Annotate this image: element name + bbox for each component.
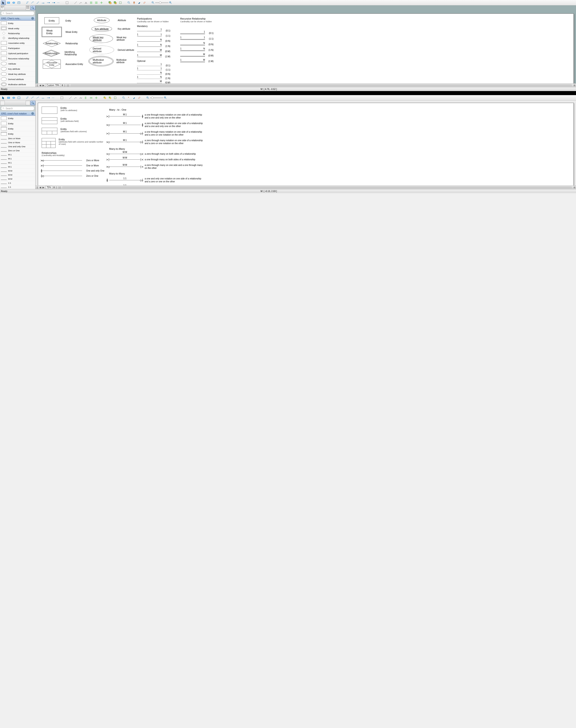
stencil-item[interactable]: M:1 xyxy=(0,161,35,165)
category-header[interactable]: ERD, crow's foot notation xyxy=(0,111,35,116)
canvas-page-2[interactable]: Entity(with no attributes)Entity(with at… xyxy=(38,103,574,189)
connector-6[interactable] xyxy=(51,0,56,5)
page-next[interactable]: ▶ xyxy=(42,84,45,87)
page-prev[interactable]: ◀ xyxy=(39,84,42,87)
line-tool-1[interactable] xyxy=(68,96,73,100)
group-3[interactable] xyxy=(118,0,123,5)
zoom-in-icon[interactable] xyxy=(164,96,167,99)
stencil-item[interactable]: Multivalue attribute xyxy=(0,82,35,87)
zoom-mode[interactable]: 75% xyxy=(46,186,52,189)
category-header[interactable]: ERD, Chen's nota... xyxy=(0,16,35,21)
stencil-item[interactable]: 1:1 xyxy=(0,185,35,189)
hscroll-end[interactable]: ⊞ xyxy=(573,186,576,189)
connector-6[interactable] xyxy=(51,96,56,100)
stencil-item[interactable]: Zero or One xyxy=(0,149,35,153)
tree-toggle[interactable] xyxy=(0,101,5,105)
zoom-slider[interactable] xyxy=(146,96,167,99)
erase-tool[interactable] xyxy=(142,0,147,5)
stencil-item[interactable]: Weak key attribute xyxy=(0,71,35,77)
stencil-item[interactable]: Entity xyxy=(0,121,35,126)
layout-1[interactable]: ▯ xyxy=(55,186,58,189)
magnify-tool[interactable] xyxy=(126,0,132,5)
connector-2[interactable] xyxy=(30,96,35,100)
stencil-item[interactable]: Attribute xyxy=(0,61,35,66)
stencil-item[interactable]: M:1 xyxy=(0,165,35,169)
line-tool-6[interactable] xyxy=(99,0,104,5)
tree-toggle[interactable] xyxy=(0,6,5,10)
stencil-item[interactable]: Entity xyxy=(0,131,35,136)
line-tool-2[interactable] xyxy=(73,96,78,100)
pointer-tool[interactable] xyxy=(1,96,6,100)
oval-tool[interactable] xyxy=(11,0,16,5)
gear-icon[interactable] xyxy=(31,112,34,115)
group-3[interactable] xyxy=(113,96,118,100)
stencil-item[interactable]: Weak entity xyxy=(0,26,35,31)
zoom-mode[interactable]: Custom 79% xyxy=(46,84,60,87)
hscroll-end[interactable]: ⊞ xyxy=(573,84,576,87)
search-toggle[interactable] xyxy=(30,101,35,105)
style-1[interactable] xyxy=(64,0,69,5)
stencil-item[interactable]: M:1 xyxy=(0,157,35,161)
line-tool-5[interactable] xyxy=(89,96,94,100)
zoom-in-icon[interactable] xyxy=(169,1,172,4)
group-2[interactable] xyxy=(113,0,118,5)
hscroll-track[interactable] xyxy=(62,186,572,189)
layout-2[interactable]: ▯▯ xyxy=(58,186,61,189)
canvas-area-2[interactable]: Entity(with no attributes)Entity(with at… xyxy=(35,100,576,189)
stencil-item[interactable]: Identifying relationship xyxy=(0,36,35,40)
hand-tool[interactable] xyxy=(126,96,132,100)
erase-tool[interactable] xyxy=(137,96,142,100)
line-tool-5[interactable] xyxy=(94,0,99,5)
line-tool-3[interactable] xyxy=(84,0,88,5)
search-toggle[interactable] xyxy=(30,6,35,10)
eyedrop-tool[interactable] xyxy=(137,0,142,5)
hand-tool[interactable] xyxy=(132,0,137,5)
connector-1[interactable] xyxy=(25,96,30,100)
line-tool-4[interactable] xyxy=(84,96,88,100)
zoom-out-icon[interactable] xyxy=(151,1,154,4)
connector-3[interactable] xyxy=(35,96,40,100)
stencil-item[interactable]: Recursive relationship xyxy=(0,56,35,61)
zoom-spinner[interactable]: ⇕ xyxy=(53,186,55,189)
stencil-item[interactable]: One and only One xyxy=(0,145,35,149)
stencil-item[interactable]: M:M xyxy=(0,177,35,181)
connector-7[interactable] xyxy=(56,0,61,5)
scroll-hold[interactable]: ‖ xyxy=(35,84,39,87)
search-input[interactable]: Search xyxy=(1,107,34,111)
text-tool[interactable] xyxy=(17,96,21,100)
stencil-item[interactable]: One or More xyxy=(0,141,35,145)
connector-2[interactable] xyxy=(30,0,35,5)
line-tool-4[interactable] xyxy=(89,0,94,5)
rect-tool[interactable] xyxy=(6,96,11,100)
group-1[interactable] xyxy=(108,0,113,5)
group-2[interactable] xyxy=(108,96,113,100)
grid-toggle[interactable] xyxy=(26,6,30,10)
style-1[interactable] xyxy=(59,96,64,100)
stencil-item[interactable]: M:M xyxy=(0,173,35,177)
rect-tool[interactable] xyxy=(6,0,11,5)
stencil-item[interactable]: Entity xyxy=(0,126,35,131)
stencil-item[interactable]: Associative entity xyxy=(0,40,35,46)
zoom-out-icon[interactable] xyxy=(146,96,149,99)
canvas-page[interactable]: EntityEntityWeak EntityWeak EntityRelati… xyxy=(38,13,574,87)
grid-toggle[interactable] xyxy=(26,101,30,105)
gear-icon[interactable] xyxy=(31,17,34,20)
hscroll-track[interactable] xyxy=(70,84,572,87)
text-tool[interactable] xyxy=(17,0,21,5)
layout-2[interactable]: ▯▯ xyxy=(66,84,69,87)
line-tool-2[interactable] xyxy=(78,0,83,5)
connector-4[interactable] xyxy=(40,0,46,5)
stencil-item[interactable]: Relationship xyxy=(0,31,35,36)
oval-tool[interactable] xyxy=(11,96,16,100)
line-tool-3[interactable] xyxy=(78,96,83,100)
stencil-item[interactable]: Entity xyxy=(0,116,35,121)
stencil-item[interactable]: Derived attribute xyxy=(0,77,35,82)
stencil-item[interactable]: Key attribute xyxy=(0,66,35,71)
connector-4[interactable] xyxy=(40,96,46,100)
stencil-item[interactable]: Zero or More xyxy=(0,136,35,141)
stencil-item[interactable]: M:1 xyxy=(0,153,35,157)
page-next[interactable]: ▶ xyxy=(42,186,45,189)
canvas-area[interactable]: EntityEntityWeak EntityWeak EntityRelati… xyxy=(35,5,576,87)
scroll-hold[interactable]: ‖ xyxy=(35,186,39,189)
pointer-tool[interactable] xyxy=(1,0,6,5)
